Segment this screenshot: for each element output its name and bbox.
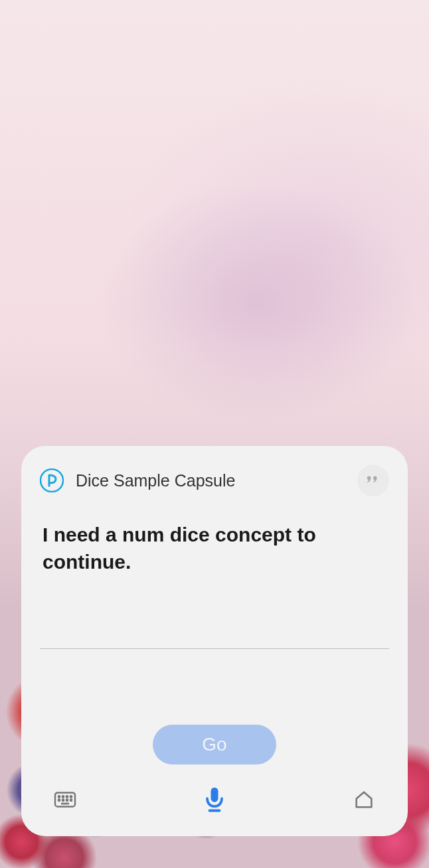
quote-button[interactable] [357, 465, 389, 496]
svg-point-7 [62, 799, 64, 800]
card-header: Dice Sample Capsule [40, 465, 389, 496]
quote-icon [366, 470, 381, 491]
svg-point-3 [62, 796, 64, 797]
keyboard-button[interactable] [50, 786, 80, 815]
header-left: Dice Sample Capsule [40, 469, 235, 492]
svg-point-0 [41, 469, 63, 492]
go-button[interactable]: Go [153, 725, 276, 764]
home-button[interactable] [349, 786, 379, 815]
keyboard-icon [53, 788, 77, 814]
microphone-button[interactable] [197, 783, 232, 818]
svg-point-8 [66, 799, 68, 800]
capsule-name: Dice Sample Capsule [76, 471, 235, 490]
svg-point-6 [58, 799, 60, 800]
svg-rect-11 [211, 787, 218, 802]
action-area: Go [40, 649, 389, 771]
svg-point-4 [66, 796, 68, 797]
svg-point-9 [70, 799, 72, 800]
bottom-bar [40, 771, 389, 823]
assistant-message: I need a num dice concept to continue. [40, 522, 389, 575]
svg-point-5 [70, 796, 72, 797]
home-icon [353, 788, 375, 813]
svg-point-2 [58, 796, 60, 797]
microphone-icon [200, 785, 229, 816]
bixby-icon [40, 469, 64, 492]
assistant-card: Dice Sample Capsule I need a num dice co… [21, 446, 408, 836]
